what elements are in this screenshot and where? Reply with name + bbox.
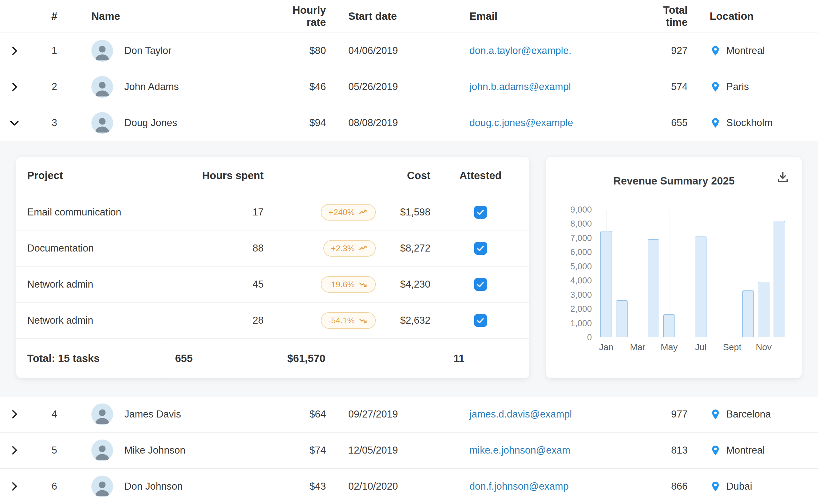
y-axis-label: 8,000 <box>570 219 592 229</box>
table-row[interactable]: 6 Don Johnson $43 02/10/2020 don.f.johns… <box>0 469 818 504</box>
table-row[interactable]: 5 Mike Johnson $74 12/05/2019 mike.e.joh… <box>0 433 818 469</box>
row-number: 2 <box>29 81 80 93</box>
employee-name: Don Johnson <box>124 481 183 492</box>
trend-up-icon <box>359 244 368 253</box>
column-header-number[interactable]: # <box>29 10 80 22</box>
hours-spent: 45 <box>195 279 266 290</box>
task-row: Network admin 28 -54.1% $2,632 <box>16 303 529 339</box>
column-header-start-date[interactable]: Start date <box>326 10 447 22</box>
total-time: 927 <box>639 45 690 56</box>
change-badge: +240% <box>321 204 376 221</box>
chevron-right-icon[interactable] <box>5 42 23 60</box>
task-cost: $8,272 <box>377 243 432 254</box>
location-pin-icon <box>710 481 721 492</box>
employee-name: James Davis <box>124 409 181 420</box>
bar-nov <box>758 282 769 337</box>
chart-plot-area: JanMarMayJulSeptNov <box>598 210 787 337</box>
avatar <box>91 403 113 425</box>
y-axis-label: 1,000 <box>570 318 592 328</box>
avatar <box>91 476 113 497</box>
bar-oct <box>742 290 754 337</box>
column-header-name[interactable]: Name <box>80 10 275 22</box>
y-axis-label: 0 <box>587 333 592 342</box>
location-name: Stockholm <box>726 117 773 129</box>
change-badge: -54.1% <box>321 312 376 329</box>
revenue-chart-card: Revenue Summary 2025 9,0008,0007,0006,00… <box>546 157 802 378</box>
chevron-right-icon[interactable] <box>5 78 23 96</box>
column-header-hourly-rate[interactable]: Hourly rate <box>275 4 326 28</box>
hours-spent: 88 <box>195 243 266 254</box>
attested-checkbox[interactable] <box>474 314 487 327</box>
location-pin-icon <box>710 117 721 129</box>
rows-above-detail: 1 Don Taylor $80 04/06/2019 don.a.taylor… <box>0 33 818 141</box>
location-name: Dubai <box>726 481 752 492</box>
email-link[interactable]: don.f.johnson@examp <box>469 481 569 492</box>
table-row[interactable]: 2 John Adams $46 05/26/2019 john.b.adams… <box>0 69 818 105</box>
hourly-rate: $74 <box>275 445 326 456</box>
row-number: 3 <box>29 117 80 129</box>
total-time: 813 <box>639 445 690 456</box>
change-badge: -19.6% <box>321 276 376 293</box>
project-name: Documentation <box>16 243 195 254</box>
bar-dec <box>774 221 785 337</box>
y-axis-label: 9,000 <box>570 205 592 215</box>
location-pin-icon <box>710 81 721 93</box>
download-icon[interactable] <box>776 170 790 185</box>
location-name: Barcelona <box>726 409 771 420</box>
email-link[interactable]: don.a.taylor@example. <box>469 45 571 56</box>
tasks-card: Project Hours spent Cost Attested Email … <box>16 157 529 378</box>
x-axis-label: Mar <box>630 342 645 352</box>
email-link[interactable]: james.d.davis@exampl <box>469 409 572 420</box>
y-axis-label: 7,000 <box>570 233 592 243</box>
start-date: 05/26/2019 <box>326 81 447 93</box>
detail-panel: Project Hours spent Cost Attested Email … <box>0 141 818 396</box>
trend-down-icon <box>359 280 368 289</box>
bar-may <box>663 314 675 337</box>
table-header-row: # Name Hourly rate Start date Email Tota… <box>0 0 818 33</box>
task-row: Network admin 45 -19.6% $4,230 <box>16 267 529 303</box>
attested-checkbox[interactable] <box>474 278 487 291</box>
employee-name: Mike Johnson <box>124 445 185 456</box>
total-time: 977 <box>639 409 690 420</box>
attested-checkbox[interactable] <box>474 242 487 255</box>
table-row[interactable]: 4 James Davis $64 09/27/2019 james.d.dav… <box>0 396 818 433</box>
x-axis-label: Sept <box>723 342 742 352</box>
row-number: 1 <box>29 45 80 56</box>
chevron-right-icon[interactable] <box>5 478 23 495</box>
task-row: Email communication 17 +240% $1,598 <box>16 194 529 230</box>
bar-feb <box>616 300 628 337</box>
location-pin-icon <box>710 45 721 56</box>
change-badge: +2.3% <box>323 240 376 257</box>
avatar <box>91 76 113 98</box>
tasks-header-row: Project Hours spent Cost Attested <box>16 157 529 194</box>
x-axis-label: Nov <box>756 342 772 352</box>
start-date: 08/08/2019 <box>326 117 447 129</box>
hourly-rate: $43 <box>275 481 326 492</box>
project-name: Network admin <box>16 279 195 290</box>
chevron-down-icon[interactable] <box>5 114 23 132</box>
location-name: Paris <box>726 81 749 93</box>
hourly-rate: $46 <box>275 81 326 93</box>
column-header-total-time[interactable]: Total time <box>639 4 690 28</box>
task-rows: Email communication 17 +240% $1,598 Docu… <box>16 194 529 339</box>
hourly-rate: $80 <box>275 45 326 56</box>
attested-checkbox[interactable] <box>474 206 487 219</box>
hours-spent: 28 <box>195 315 266 326</box>
column-header-email[interactable]: Email <box>447 10 639 22</box>
detail-column-project: Project <box>16 169 195 182</box>
y-axis-label: 4,000 <box>570 276 592 286</box>
column-header-location[interactable]: Location <box>690 10 818 22</box>
email-link[interactable]: doug.c.jones@example <box>469 117 573 128</box>
start-date: 04/06/2019 <box>326 45 447 56</box>
chevron-right-icon[interactable] <box>5 405 23 423</box>
table-row[interactable]: 3 Doug Jones $94 08/08/2019 doug.c.jones… <box>0 105 818 141</box>
table-row[interactable]: 1 Don Taylor $80 04/06/2019 don.a.taylor… <box>0 33 818 69</box>
email-link[interactable]: john.b.adams@exampl <box>469 81 571 92</box>
task-row: Documentation 88 +2.3% $8,272 <box>16 230 529 267</box>
email-link[interactable]: mike.e.johnson@exam <box>469 445 570 456</box>
hourly-rate: $64 <box>275 409 326 420</box>
gridline <box>787 210 787 337</box>
chevron-right-icon[interactable] <box>5 441 23 459</box>
total-attested-value: 11 <box>441 339 529 378</box>
y-axis-label: 6,000 <box>570 247 592 257</box>
